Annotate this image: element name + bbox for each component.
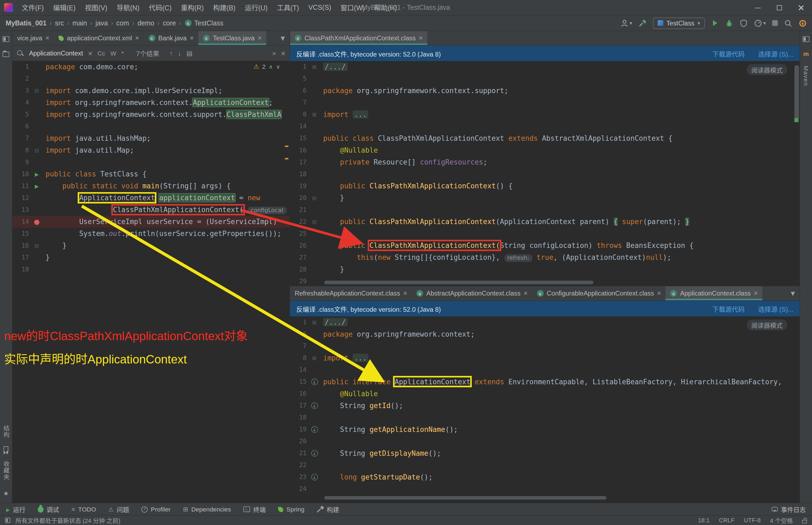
toolwindow-event-log[interactable]: 事件日志 [772, 505, 806, 514]
breadcrumb-main[interactable]: main [72, 19, 88, 27]
breadcrumb-demo[interactable]: demo [137, 19, 155, 27]
tab-close-icon[interactable] [45, 34, 49, 42]
breadcrumb-src[interactable]: src [55, 19, 64, 27]
close-button[interactable] [790, 0, 812, 15]
match-case-toggle[interactable]: Cc [98, 49, 105, 57]
user-menu-button[interactable] [620, 19, 632, 27]
tab-refreshableapplicationcontext-class[interactable]: RefreshableApplicationContext.class [290, 286, 412, 300]
tab-vice-java[interactable]: vice.java [13, 31, 54, 45]
breadcrumb-project[interactable]: MyBatis_001 [5, 19, 47, 27]
vertical-scrollbar[interactable] [794, 65, 799, 120]
coverage-button[interactable] [739, 19, 748, 27]
stop-button[interactable] [772, 20, 778, 26]
toolwindow-build[interactable]: 构建 [317, 505, 339, 514]
readonly-lock-icon[interactable] [802, 520, 807, 523]
tab-abstractapplicationcontext-class[interactable]: c AbstractApplicationContext.class [412, 286, 532, 300]
right-bottom-editor[interactable]: 1⊞/.../6package org.springframework.cont… [290, 316, 799, 503]
download-sources-link[interactable]: 下载源代码 [712, 304, 745, 313]
toolwindow-problems[interactable]: 问题 [108, 505, 129, 514]
search-icon[interactable] [16, 49, 24, 57]
choose-sources-link[interactable]: 选择源 (S)... [758, 304, 793, 313]
build-project-button[interactable] [638, 19, 647, 27]
tab-bank-java[interactable]: c Bank.java [144, 31, 198, 45]
tab-list-chevron[interactable] [786, 286, 799, 300]
toolwindow-terminal[interactable]: >_终端 [243, 505, 266, 514]
tab-applicationcontext-class[interactable]: c ApplicationContext.class [665, 286, 762, 300]
project-toolwindow-icon[interactable] [3, 36, 10, 42]
menu-tools[interactable]: 工具(T) [272, 3, 304, 13]
maximize-button[interactable] [768, 0, 790, 15]
folder-icon[interactable] [3, 52, 10, 57]
indent-indicator[interactable]: 4 个空格 [770, 516, 793, 525]
debug-button[interactable] [725, 19, 734, 27]
choose-sources-link[interactable]: 选择源 (S)... [758, 48, 793, 58]
run-configuration-select[interactable]: TestClass [653, 17, 705, 29]
menu-view[interactable]: 视图(V) [80, 3, 112, 13]
toolwindow-profiler[interactable]: Profiler [141, 506, 170, 513]
search-everywhere-button[interactable] [784, 19, 793, 27]
star-icon[interactable] [3, 488, 9, 497]
tab-close-icon[interactable] [524, 289, 528, 297]
prev-problem-icon[interactable] [269, 63, 273, 70]
menu-navigate[interactable]: 导航(N) [112, 3, 144, 13]
previous-occurrence-button[interactable] [170, 49, 173, 57]
maven-toolwindow-button[interactable]: Maven [803, 66, 809, 86]
layout-icon[interactable] [803, 36, 810, 42]
horizontal-scrollbar[interactable] [324, 496, 606, 499]
tab-close-icon[interactable] [403, 289, 407, 297]
tab-classpathxmlapplicationcontext-class[interactable]: c ClassPathXmlApplicationContext.class [290, 31, 427, 45]
download-sources-link[interactable]: 下载源代码 [712, 48, 745, 58]
menu-vcs[interactable]: VCS(S) [304, 3, 336, 11]
toolwindow-run[interactable]: 运行 [6, 505, 26, 514]
toolwindow-dependencies[interactable]: Dependencies [183, 506, 231, 513]
warning-stripe-mark[interactable] [285, 158, 288, 160]
tab-applicationcontext-xml[interactable]: applicationContext.xml [54, 31, 144, 45]
toolwindow-debug[interactable]: 调试 [38, 505, 59, 514]
clear-search-icon[interactable] [88, 49, 93, 57]
menu-refactor[interactable]: 重构(R) [176, 3, 208, 13]
tab-close-icon[interactable] [258, 34, 262, 42]
next-occurrence-button[interactable] [178, 49, 181, 57]
toolwindow-todo[interactable]: TODO [72, 506, 96, 513]
structure-toolwindow-button[interactable]: 结构 [2, 425, 10, 438]
more-options-icon[interactable] [272, 49, 276, 57]
tab-close-icon[interactable] [754, 289, 758, 297]
favorites-toolwindow-button[interactable]: 收藏夹 [2, 461, 10, 480]
encoding-indicator[interactable]: UTF-8 [744, 517, 761, 523]
caret-position[interactable]: 18:1 [698, 517, 710, 523]
line-ending-indicator[interactable]: CRLF [719, 517, 734, 523]
minimize-button[interactable] [747, 0, 768, 15]
toolwindow-spring[interactable]: Spring [278, 506, 304, 513]
horizontal-scrollbar[interactable] [324, 281, 593, 284]
breadcrumb-java[interactable]: java [95, 19, 108, 27]
filter-search-icon[interactable] [186, 49, 193, 57]
tab-close-icon[interactable] [190, 34, 194, 42]
breadcrumb-core[interactable]: core [162, 19, 176, 27]
regex-toggle[interactable]: * [122, 49, 124, 57]
profiler-button[interactable] [754, 19, 766, 27]
tab-configurableapplicationcontext-class[interactable]: c ConfigurableApplicationContext.class [532, 286, 665, 300]
left-editor[interactable]: 1package com.demo.core;23⊟import com.dem… [13, 61, 290, 503]
search-input[interactable]: ApplicationContext [29, 49, 83, 57]
breadcrumb-com[interactable]: com [116, 19, 130, 27]
menu-run[interactable]: 运行(U) [240, 3, 272, 13]
tab-testclass-java[interactable]: c TestClass.java [198, 31, 266, 45]
menu-build[interactable]: 构建(B) [208, 3, 240, 13]
tab-close-icon[interactable] [657, 289, 661, 297]
bookmark-icon[interactable] [3, 446, 8, 452]
menu-code[interactable]: 代码(C) [144, 3, 177, 13]
toolwindow-switcher-icon[interactable] [5, 518, 10, 523]
whole-words-toggle[interactable]: W [110, 49, 116, 57]
menu-file[interactable]: 文件(F) [17, 3, 48, 13]
breadcrumb-testclass[interactable]: TestClass [194, 19, 224, 27]
close-find-bar-icon[interactable] [281, 49, 286, 57]
run-button[interactable] [711, 19, 719, 27]
tab-list-chevron[interactable] [276, 31, 290, 45]
warning-stripe-mark[interactable] [285, 146, 288, 147]
next-problem-icon[interactable] [276, 63, 280, 70]
menu-edit[interactable]: 编辑(E) [48, 3, 80, 13]
tab-close-icon[interactable] [419, 34, 423, 42]
right-top-editor[interactable]: 1⊞/.../56package org.springframework.con… [290, 61, 799, 286]
update-button[interactable] [798, 19, 807, 27]
tab-close-icon[interactable] [135, 34, 139, 42]
